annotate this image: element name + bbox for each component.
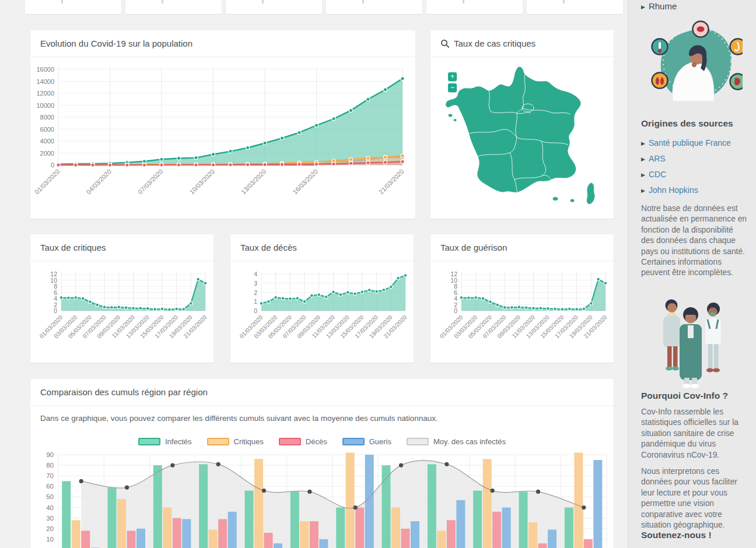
search-icon (440, 39, 450, 48)
comparison-card: Comparaison des cumuls région par région… (30, 379, 614, 548)
evolution-card: Evolution du Covid-19 sur la population … (30, 30, 415, 219)
svg-text:21/03/2020: 21/03/2020 (377, 168, 405, 195)
legend-item-critiques[interactable]: Critiques (207, 437, 264, 446)
map-zoom-out-button[interactable]: − (448, 83, 457, 92)
legend-swatch (407, 438, 429, 445)
sidebar-link-john-hopkins[interactable]: ▶John Hopkins (641, 185, 698, 195)
svg-text:12: 12 (450, 271, 457, 277)
svg-text:4: 4 (454, 295, 457, 302)
svg-text:1: 1 (254, 298, 257, 305)
chevron-right-icon: ▶ (641, 4, 645, 10)
top-stat-card (527, 0, 623, 14)
sidebar-link-cdc[interactable]: ▶CDC (641, 170, 666, 179)
comparison-chart: 102030405060708090 (30, 449, 614, 548)
chevron-right-icon: ▶ (641, 140, 645, 146)
top-stat-card (426, 0, 523, 14)
chevron-right-icon: ▶ (641, 172, 645, 178)
svg-text:12: 12 (50, 271, 57, 277)
sidebar-link-ars[interactable]: ▶ARS (641, 154, 666, 163)
svg-text:6: 6 (454, 289, 457, 296)
svg-text:8: 8 (454, 283, 457, 290)
people-illustration (646, 290, 733, 388)
taux-guerison-chart: 02468101201/03/202003/03/202005/03/20200… (430, 261, 614, 365)
sidebar: ▶Rhume Origin (628, 0, 756, 548)
chart-legend: Infectés Critiques Décès Gueris Moy. des… (30, 437, 614, 446)
svg-text:0: 0 (51, 161, 54, 168)
svg-text:01/03/2020: 01/03/2020 (33, 168, 61, 195)
svg-text:0: 0 (54, 307, 57, 314)
corsica (587, 183, 595, 204)
svg-text:4: 4 (54, 295, 57, 302)
legend-item-moyenne[interactable]: Moy. des cas infectés (407, 437, 506, 446)
sources-note: Notre base de données est actualisée en … (641, 203, 747, 279)
map-zoom-in-button[interactable]: + (448, 72, 457, 81)
france-regions (446, 66, 594, 204)
legend-swatch (342, 438, 365, 445)
svg-text:30: 30 (46, 515, 54, 522)
chevron-right-icon: ▶ (641, 156, 645, 162)
cutoff-text-remnant (162, 0, 163, 3)
france-map[interactable]: + − (430, 57, 614, 219)
cutoff-text-remnant (563, 0, 565, 3)
evolution-chart: 020004000600080001000012000140001600001/… (30, 57, 415, 221)
svg-text:2: 2 (254, 289, 257, 296)
svg-text:90: 90 (46, 451, 54, 458)
sidebar-link-rhume[interactable]: ▶Rhume (641, 1, 677, 11)
svg-text:10/03/2020: 10/03/2020 (188, 168, 215, 195)
legend-item-gueris[interactable]: Gueris (342, 437, 391, 446)
cutoff-text-remnant (362, 0, 364, 3)
evolution-card-header: Evolution du Covid-19 sur la population (30, 30, 415, 57)
svg-text:80: 80 (46, 462, 54, 469)
cutoff-text-remnant (61, 0, 63, 3)
svg-text:60: 60 (46, 483, 54, 490)
svg-text:70: 70 (46, 472, 54, 479)
taux-critiques-card: Taux de critiques 02468101201/03/202003/… (30, 234, 214, 363)
svg-text:0: 0 (254, 307, 257, 314)
thermometer-icon (652, 39, 668, 55)
top-stat-card (326, 0, 422, 14)
svg-text:4: 4 (254, 271, 257, 277)
svg-text:6000: 6000 (40, 126, 54, 133)
sidebar-link-sante-publique[interactable]: ▶Santé publique France (641, 138, 731, 147)
cutoff-text-remnant (262, 0, 264, 3)
svg-text:04/03/2020: 04/03/2020 (85, 168, 112, 195)
svg-text:10: 10 (450, 277, 457, 284)
svg-text:2000: 2000 (40, 150, 54, 157)
sick-person-illustration (640, 20, 743, 107)
stomach-icon (730, 74, 743, 90)
svg-text:8000: 8000 (40, 114, 54, 121)
legend-item-infectes[interactable]: Infectés (138, 437, 192, 446)
top-stat-card (226, 0, 322, 14)
taux-guerison-title: Taux de guérison (440, 234, 507, 261)
legend-swatch (138, 438, 160, 445)
top-stat-card (25, 0, 121, 14)
svg-text:6: 6 (54, 289, 57, 296)
taux-critiques-title: Taux de critiques (40, 234, 106, 261)
why-heading: Pourquoi Cov-Info ? (641, 391, 728, 401)
lungs-icon (652, 73, 668, 89)
legend-swatch (279, 438, 301, 445)
svg-text:4000: 4000 (40, 138, 54, 145)
svg-text:3: 3 (254, 280, 257, 287)
why-paragraph-1: Cov-Info rassemble les statistiques offi… (641, 407, 747, 461)
svg-text:10: 10 (46, 536, 54, 543)
svg-text:16000: 16000 (36, 66, 54, 73)
map-card-title: Taux de cas critiques (454, 30, 536, 57)
top-stat-card (125, 0, 222, 14)
evolution-card-title: Evolution du Covid-19 sur la population (40, 30, 192, 57)
svg-text:10: 10 (50, 277, 57, 284)
why-paragraph-2: Nous interpretons ces données pour vous … (641, 466, 747, 531)
svg-text:12000: 12000 (36, 90, 54, 97)
taux-critiques-chart: 02468101201/03/202003/03/202005/03/20200… (30, 261, 214, 365)
comparison-title: Comparaison des cumuls région par région (40, 379, 208, 406)
legend-swatch (207, 438, 229, 445)
nose-icon (730, 39, 743, 55)
legend-item-deces[interactable]: Décès (279, 437, 327, 446)
svg-text:40: 40 (46, 504, 54, 511)
chevron-right-icon: ▶ (641, 188, 645, 194)
map-card-header: Taux de cas critiques (430, 30, 614, 57)
cutoff-text-remnant (463, 0, 464, 3)
taux-guerison-card: Taux de guérison 02468101201/03/202003/0… (430, 234, 614, 363)
svg-text:0: 0 (454, 307, 457, 314)
support-heading: Soutenez-nous ! (641, 530, 712, 540)
